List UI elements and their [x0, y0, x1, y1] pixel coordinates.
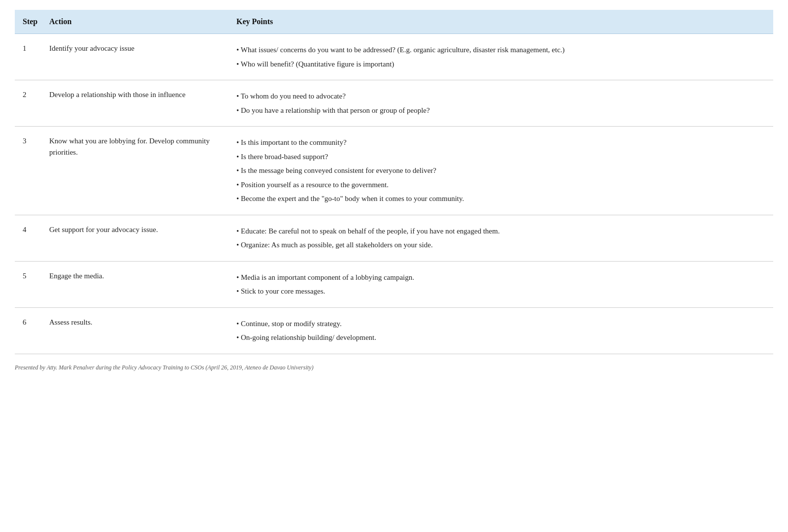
- table-row: 5Engage the media.Media is an important …: [15, 261, 773, 307]
- keypoint-item: Is this important to the community?: [243, 135, 765, 150]
- keypoint-item: Continue, stop or modify strategy.: [243, 317, 765, 331]
- keypoint-item: Is there broad-based support?: [243, 150, 765, 164]
- step-cell: 5: [15, 261, 44, 307]
- table-row: 4Get support for your advocacy issue.Edu…: [15, 215, 773, 261]
- keypoint-item: Educate: Be careful not to speak on beha…: [243, 224, 765, 238]
- table-row: 6Assess results.Continue, stop or modify…: [15, 307, 773, 354]
- step-cell: 3: [15, 127, 44, 215]
- keypoint-item: Position yourself as a resource to the g…: [243, 178, 765, 192]
- keypoints-cell: Continue, stop or modify strategy.On-goi…: [231, 307, 773, 354]
- step-cell: 1: [15, 34, 44, 80]
- keypoint-item: Become the expert and the "go-to" body w…: [243, 192, 765, 206]
- keypoints-list: To whom do you need to advocate?Do you h…: [236, 89, 765, 117]
- keypoints-list: What issues/ concerns do you want to be …: [236, 43, 765, 71]
- table-row: 1Identify your advocacy issueWhat issues…: [15, 34, 773, 80]
- advocacy-steps-table: Step Action Key Points 1Identify your ad…: [15, 10, 773, 354]
- keypoint-item: Stick to your core messages.: [243, 284, 765, 299]
- action-cell: Engage the media.: [44, 261, 231, 307]
- keypoint-item: Media is an important component of a lob…: [243, 270, 765, 285]
- keypoints-list: Is this important to the community?Is th…: [236, 135, 765, 206]
- keypoint-item: Do you have a relationship with that per…: [243, 103, 765, 118]
- action-cell: Assess results.: [44, 307, 231, 354]
- step-cell: 2: [15, 80, 44, 127]
- keypoint-item: Who will benefit? (Quantitative figure i…: [243, 57, 765, 71]
- action-cell: Get support for your advocacy issue.: [44, 215, 231, 261]
- keypoints-cell: Educate: Be careful not to speak on beha…: [231, 215, 773, 261]
- table-header-row: Step Action Key Points: [15, 10, 773, 34]
- keypoints-list: Educate: Be careful not to speak on beha…: [236, 224, 765, 252]
- step-cell: 6: [15, 307, 44, 354]
- action-header: Action: [44, 10, 231, 34]
- action-cell: Identify your advocacy issue: [44, 34, 231, 80]
- keypoints-cell: To whom do you need to advocate?Do you h…: [231, 80, 773, 127]
- keypoints-list: Media is an important component of a lob…: [236, 270, 765, 299]
- step-header: Step: [15, 10, 44, 34]
- keypoint-item: Is the message being conveyed consistent…: [243, 164, 765, 178]
- keypoint-item: To whom do you need to advocate?: [243, 89, 765, 103]
- keypoint-item: On-going relationship building/ developm…: [243, 331, 765, 345]
- footer-text: Presented by Atty. Mark Penalver during …: [15, 363, 773, 372]
- keypoint-item: What issues/ concerns do you want to be …: [243, 43, 765, 57]
- keypoints-cell: What issues/ concerns do you want to be …: [231, 34, 773, 80]
- keypoints-header: Key Points: [231, 10, 773, 34]
- keypoints-list: Continue, stop or modify strategy.On-goi…: [236, 317, 765, 345]
- step-cell: 4: [15, 215, 44, 261]
- keypoints-cell: Media is an important component of a lob…: [231, 261, 773, 307]
- action-cell: Know what you are lobbying for. Develop …: [44, 127, 231, 215]
- table-row: 2Develop a relationship with those in in…: [15, 80, 773, 127]
- table-row: 3Know what you are lobbying for. Develop…: [15, 127, 773, 215]
- keypoints-cell: Is this important to the community?Is th…: [231, 127, 773, 215]
- keypoint-item: Organize: As much as possible, get all s…: [243, 238, 765, 252]
- action-cell: Develop a relationship with those in inf…: [44, 80, 231, 127]
